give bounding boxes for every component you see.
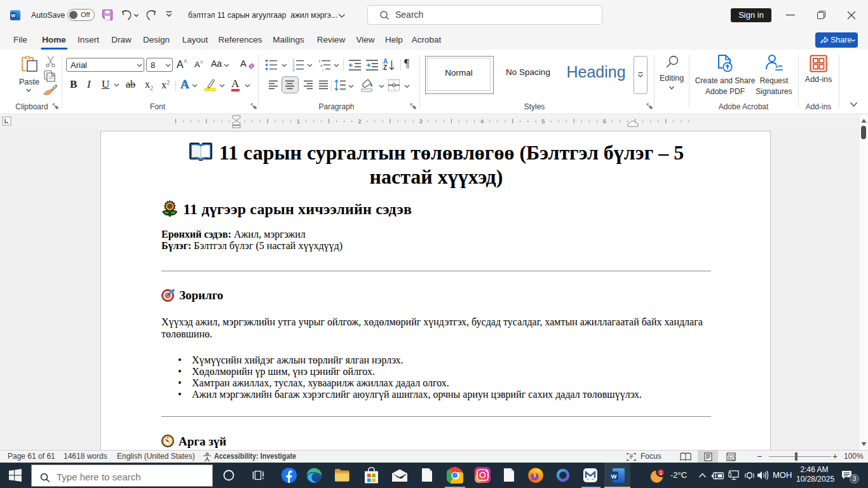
svg-text:4: 4 [480,118,484,125]
svg-text:2: 2 [292,63,295,67]
svg-text:W: W [611,473,617,480]
svg-text:3: 3 [419,118,423,125]
svg-text:5: 5 [541,118,545,125]
svg-text:a: a [320,64,323,67]
svg-text:6: 6 [603,118,606,125]
svg-text:2: 2 [358,118,361,125]
svg-text:3: 3 [292,67,295,71]
svg-text:1: 1 [659,470,662,476]
svg-text:1: 1 [318,59,321,63]
svg-text:x: x [775,64,778,69]
svg-text:1: 1 [292,58,295,63]
svg-text:i: i [322,68,323,71]
svg-text:W: W [11,13,16,18]
svg-text:1: 1 [297,118,300,125]
